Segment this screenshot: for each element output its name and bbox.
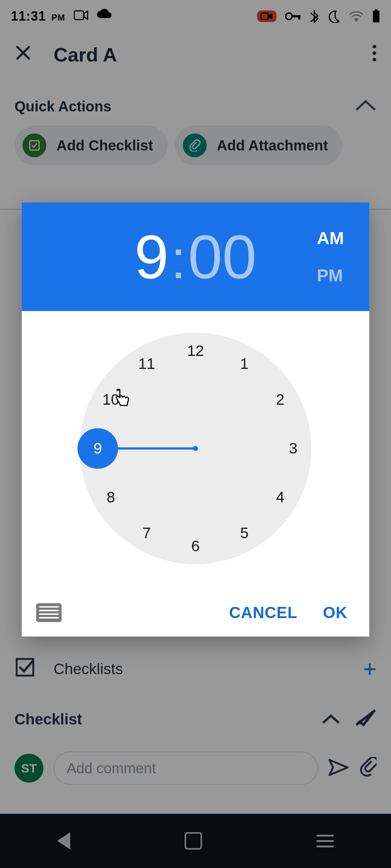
- time-colon: :: [171, 232, 186, 286]
- clock-hour-11[interactable]: 11: [134, 351, 159, 376]
- clock-hour-7[interactable]: 7: [134, 520, 159, 546]
- clock-hour-6[interactable]: 6: [183, 533, 208, 559]
- cancel-button[interactable]: CANCEL: [229, 604, 298, 622]
- am-button[interactable]: AM: [317, 228, 344, 248]
- clock-hour-12[interactable]: 12: [183, 338, 208, 363]
- clock-hour-8[interactable]: 8: [98, 485, 123, 510]
- time-minute[interactable]: 00: [188, 226, 257, 288]
- time-picker-header: 9 : 00 AM PM: [22, 203, 369, 311]
- ok-button[interactable]: OK: [323, 604, 348, 622]
- clock-hour-9[interactable]: 9: [77, 428, 118, 469]
- pm-button[interactable]: PM: [317, 265, 344, 285]
- clock-center: [193, 446, 198, 451]
- dialog-footer: CANCEL OK: [22, 596, 369, 637]
- ampm-toggle: AM PM: [317, 203, 344, 311]
- clock-hour-4[interactable]: 4: [268, 485, 293, 510]
- clock-hour-1[interactable]: 1: [232, 351, 257, 376]
- time-hour[interactable]: 9: [134, 226, 169, 288]
- clock-area: 121234567891011: [22, 311, 369, 596]
- keyboard-icon[interactable]: [36, 603, 62, 622]
- time-picker-dialog: 9 : 00 AM PM 121234567891011 CANCEL OK: [22, 203, 369, 637]
- clock-hour-3[interactable]: 3: [281, 436, 306, 461]
- clock-hour-2[interactable]: 2: [268, 387, 293, 412]
- clock-face[interactable]: 121234567891011: [80, 333, 311, 564]
- clock-hour-10[interactable]: 10: [98, 387, 123, 412]
- clock-hour-5[interactable]: 5: [232, 520, 257, 546]
- time-display: 9 : 00: [134, 226, 256, 288]
